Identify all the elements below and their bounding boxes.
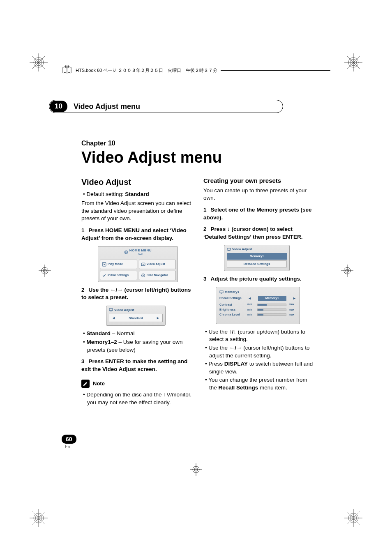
slider-track bbox=[257, 313, 286, 316]
section-heading-video-adjust: Video Adjust bbox=[81, 177, 192, 188]
instruction-bullet: Press DISPLAY to switch between full and… bbox=[203, 360, 314, 375]
home-menu-subtitle: DVD bbox=[129, 253, 152, 258]
slider-track bbox=[257, 304, 286, 306]
print-corner-bl bbox=[29, 508, 48, 528]
bullet-memory: Memory1–2 – Use for saving your own pres… bbox=[81, 339, 192, 354]
pencil-icon bbox=[81, 380, 90, 388]
right-column: Creating your own presets You can create… bbox=[203, 140, 314, 408]
left-column: Video Adjust Default setting: Standard F… bbox=[81, 140, 192, 408]
home-menu-title: HOME MENU bbox=[129, 246, 152, 253]
globe-icon bbox=[124, 250, 128, 254]
recall-value: Memory1 bbox=[258, 296, 286, 301]
book-icon bbox=[62, 65, 72, 76]
arrow-left-icon: ◄ bbox=[248, 296, 251, 301]
svg-rect-57 bbox=[220, 291, 223, 293]
svg-rect-55 bbox=[227, 248, 231, 250]
print-crosshair-right bbox=[341, 265, 353, 277]
arrow-left-icon: ◄ bbox=[112, 315, 115, 320]
chapter-bar: 10 Video Adjust menu bbox=[49, 100, 283, 113]
memory-selected: Memory1 bbox=[227, 253, 287, 259]
recall-settings-label: Recall Settings bbox=[219, 296, 242, 300]
print-header: HTS.book 60 ページ ２００３年２月２５日 火曜日 午後２時３７分 bbox=[62, 65, 330, 76]
step-3: 3Press ENTER to make the setting and exi… bbox=[81, 358, 192, 373]
slider-row: Chroma Level min max bbox=[219, 313, 296, 317]
print-header-text: HTS.book 60 ページ ２００３年２月２５日 火曜日 午後２時３７分 bbox=[76, 67, 217, 74]
svg-rect-53 bbox=[109, 309, 113, 311]
r-step-2: 2Press ↓ (cursor down) to select ‘Detail… bbox=[203, 226, 314, 241]
intro-text: From the Video Adjust screen you can sel… bbox=[81, 200, 192, 223]
osd-memory-settings: Memory1 Recall Settings ◄ Memory1 ► Cont… bbox=[216, 287, 300, 324]
page-language: En bbox=[65, 444, 70, 449]
chapter-bar-title: Video Adjust menu bbox=[68, 101, 146, 113]
print-corner-tr bbox=[344, 53, 363, 72]
slider-row: Brightness min max bbox=[219, 308, 296, 312]
print-header-rule bbox=[221, 70, 330, 71]
print-crosshair-bottom bbox=[190, 463, 202, 476]
home-menu-video-adjust: Video Adjust bbox=[139, 260, 176, 269]
chapter-number-badge: 10 bbox=[50, 101, 67, 112]
home-menu-disc-navigator: Disc Navigator bbox=[139, 271, 176, 280]
arrow-right-icon: ► bbox=[156, 315, 160, 320]
monitor-icon bbox=[227, 247, 231, 251]
osd-video-adjust-preset: Video Adjust ◄ Standard ► bbox=[106, 306, 166, 326]
default-setting: Default setting: Standard bbox=[81, 191, 192, 198]
monitor-icon bbox=[109, 308, 113, 312]
slider-track bbox=[257, 309, 286, 311]
step-2: 2Use the ←/→ (cursor left/right) buttons… bbox=[81, 286, 192, 302]
detailed-settings-button: Detailed Settings bbox=[227, 260, 287, 267]
print-corner-br bbox=[344, 508, 363, 528]
presets-intro: You can create up to three presets of yo… bbox=[203, 187, 314, 202]
monitor-icon bbox=[219, 290, 224, 294]
osd-video-adjust-memory: Video Adjust Memory1 Detailed Settings bbox=[224, 245, 290, 271]
instruction-bullet: You can change the preset number from th… bbox=[203, 376, 314, 391]
home-menu-initial-settings: Initial Settings bbox=[100, 271, 137, 280]
bullet-standard: Standard – Normal bbox=[81, 330, 192, 338]
arrow-right-icon: ► bbox=[293, 296, 296, 301]
osd-home-menu: HOME MENU DVD Play Mode Video Adjust Ini… bbox=[98, 246, 178, 282]
preset-value: Standard bbox=[129, 316, 143, 320]
section-heading-presets: Creating your own presets bbox=[203, 177, 314, 185]
instruction-bullet: Use the ↑/↓ (cursor up/down) buttons to … bbox=[203, 328, 314, 343]
r-step-3: 3Adjust the picture quality settings. bbox=[203, 275, 314, 283]
r-step-1: 1Select one of the Memory presets (see a… bbox=[203, 206, 314, 221]
svg-marker-48 bbox=[104, 263, 105, 265]
slider-row: Contrast min max bbox=[219, 303, 296, 307]
step-1: 1Press HOME MENU and select ‘Video Adjus… bbox=[81, 227, 192, 242]
print-crosshair-left bbox=[39, 265, 51, 277]
print-corner-tl bbox=[29, 53, 48, 72]
page-number: 60 bbox=[62, 435, 76, 444]
left-right-arrows-icon: ←/→ bbox=[110, 287, 123, 293]
home-menu-play-mode: Play Mode bbox=[100, 260, 137, 269]
instruction-bullet: Use the ←/→ (cursor left/right) buttons … bbox=[203, 344, 314, 359]
svg-point-50 bbox=[143, 264, 143, 265]
svg-point-52 bbox=[143, 275, 143, 276]
note-text: Depending on the disc and the TV/monitor… bbox=[81, 391, 192, 406]
note-heading: Note bbox=[81, 380, 192, 388]
down-arrow-icon: ↓ bbox=[227, 226, 230, 232]
